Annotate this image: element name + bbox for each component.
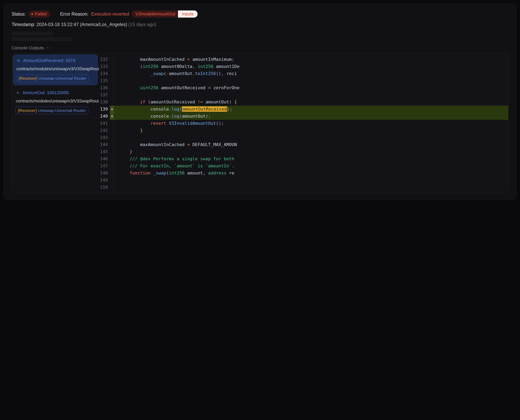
gutter-line: 137: [99, 91, 114, 98]
code-line: }: [114, 148, 508, 155]
gutter-line: 143: [99, 134, 114, 141]
gutter-line: 144: [99, 141, 114, 148]
gutter-line: 146: [99, 155, 114, 162]
chevron-up-icon: [46, 46, 50, 50]
code-pane: 132133134135136137138139+140+14114214314…: [99, 53, 508, 193]
timestamp-value: 2024-03-18 15:22:47 (America/Los_Angeles…: [37, 22, 127, 27]
code-line: maxAmountInCached = amountInMaximum;: [114, 56, 508, 63]
gutter-line: 150: [99, 184, 114, 191]
code-line: console.log(amountOut);: [114, 113, 508, 120]
code-line: /// @dev Performs a single swap for both: [114, 155, 508, 162]
gutter-line: 149: [99, 177, 114, 184]
log-list: AmountOutRecieved: 6374contracts/modules…: [12, 53, 99, 193]
log-item-header: AmountOut: 100120000: [16, 90, 95, 95]
log-item-receiver-tag[interactable]: [Receiver] Uniswap:Universal Router: [16, 75, 89, 82]
console-outputs-toggle[interactable]: Console Outputs: [12, 45, 508, 51]
redacted-rows: [12, 32, 508, 41]
status-dot-icon: [31, 13, 33, 15]
timestamp-row: Timestamp: 2024-03-18 15:22:47 (America/…: [12, 22, 508, 27]
gutter-line: 136: [99, 84, 114, 91]
redacted-bar: [12, 37, 73, 41]
code-line: uint256 amountOutReceived = zeroForOne: [114, 84, 508, 91]
gutter-line: 138: [99, 98, 114, 105]
gutter-line: 135: [99, 77, 114, 84]
gutter-line: 145: [99, 148, 114, 155]
code-line: function _swap(int256 amount, address re: [114, 170, 508, 177]
code-line: (int256 amount0Delta, int256 amount1De: [114, 63, 508, 70]
code-line: if (amountOutReceived != amountOut) {: [114, 98, 508, 105]
timestamp-label: Timestamp:: [12, 22, 35, 27]
log-item[interactable]: AmountOut: 100120000contracts/modules/un…: [12, 86, 99, 118]
error-tag-name[interactable]: V3InvalidAmountOut: [132, 10, 178, 18]
code-gutter: 132133134135136137138139+140+14114214314…: [99, 53, 114, 193]
log-item-title: AmountOut: 100120000: [23, 90, 69, 95]
error-reason-label: Error Reason:: [60, 11, 88, 17]
gutter-line: 133: [99, 63, 114, 70]
code-line: _swap(-amountOut.toInt256(), reci: [114, 70, 508, 77]
log-item[interactable]: AmountOutRecieved: 6374contracts/modules…: [13, 55, 98, 85]
arrow-right-icon: [16, 59, 20, 63]
console-panel: AmountOutRecieved: 6374contracts/modules…: [12, 53, 508, 193]
log-item-header: AmountOutRecieved: 6374: [16, 58, 95, 63]
gutter-line: 147: [99, 162, 114, 170]
log-item-path: contracts/modules/uniswap/v3/V3SwapRoute…: [16, 66, 95, 72]
code-line: [114, 91, 508, 98]
error-reason-value: Execution reverted: [91, 11, 129, 17]
timestamp-relative: (15 days ago): [128, 22, 156, 27]
gutter-line: 140+: [99, 113, 114, 120]
code-body[interactable]: maxAmountInCached = amountInMaximum; (in…: [114, 53, 508, 193]
gutter-line: 134: [99, 70, 114, 77]
gutter-line: 139+: [99, 105, 114, 113]
gutter-line: 132: [99, 56, 114, 63]
code-line: }: [114, 127, 508, 134]
code-line: /// For exactIn, `amount` is `amountIn`.: [114, 162, 508, 170]
status-value: Failed: [35, 11, 47, 17]
code-line: [114, 177, 508, 184]
gutter-line: 148: [99, 170, 114, 177]
error-tag-inputs[interactable]: inputs: [178, 10, 198, 18]
transaction-card: Status: Failed Error Reason: Execution r…: [4, 4, 516, 200]
code-line: console.log(amountOutReceived);: [114, 105, 508, 113]
log-item-path: contracts/modules/uniswap/v3/V3SwapRoute…: [16, 98, 95, 104]
log-item-title: AmountOutRecieved: 6374: [23, 58, 75, 63]
status-badge: Failed: [29, 11, 50, 18]
log-item-receiver-tag[interactable]: [Receiver] Uniswap:Universal Router: [16, 107, 88, 114]
code-line: [114, 134, 508, 141]
console-outputs-label: Console Outputs: [12, 45, 44, 51]
gutter-line: 142: [99, 127, 114, 134]
code-line: revert V3InvalidAmountOut();: [114, 120, 508, 127]
code-line: maxAmountInCached = DEFAULT_MAX_AMOUN: [114, 141, 508, 148]
arrow-right-icon: [16, 91, 19, 95]
status-row: Status: Failed Error Reason: Execution r…: [12, 10, 508, 18]
gutter-line: 141: [99, 120, 114, 127]
redacted-bar: [12, 32, 53, 35]
code-line: [114, 184, 508, 191]
error-tags: V3InvalidAmountOut inputs: [132, 10, 198, 18]
code-line: [114, 77, 508, 84]
status-label: Status:: [12, 11, 26, 17]
